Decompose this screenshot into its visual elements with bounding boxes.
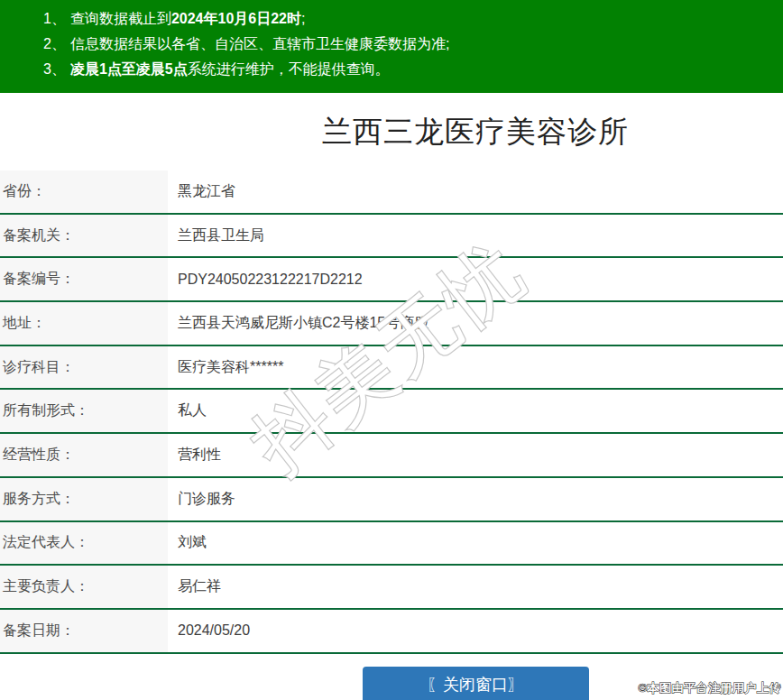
row-label: 法定代表人： bbox=[0, 522, 168, 565]
table-row: 备案编号：PDY24050223122217D2212 bbox=[0, 258, 783, 302]
row-value: PDY24050223122217D2212 bbox=[168, 258, 783, 300]
notice-text: 信息数据结果以各省、自治区、直辖市卫生健康委数据为准; bbox=[70, 36, 449, 51]
row-value: 兰西县卫生局 bbox=[168, 215, 783, 257]
notice-number: 2、 bbox=[43, 36, 66, 51]
table-row: 备案日期：2024/05/20 bbox=[0, 610, 783, 654]
row-value: 黑龙江省 bbox=[168, 170, 783, 213]
row-value: 兰西县天鸿威尼斯小镇C2号楼15号商服 bbox=[168, 302, 783, 345]
table-row: 经营性质：营利性 bbox=[0, 434, 783, 478]
title-area: 兰西三龙医疗美容诊所 bbox=[0, 93, 783, 170]
page-title: 兰西三龙医疗美容诊所 bbox=[322, 112, 629, 152]
row-label: 主要负责人： bbox=[0, 566, 168, 608]
query-result-page: 1、查询数据截止到2024年10月6日22时; 2、信息数据结果以各省、自治区、… bbox=[0, 0, 783, 700]
notice-text: ; bbox=[301, 11, 305, 26]
row-value: 刘斌 bbox=[168, 522, 783, 565]
notice-text-bold: 2024年10月6日22时 bbox=[171, 11, 301, 26]
row-value: 营利性 bbox=[168, 434, 783, 476]
notice-text-bold: 凌晨1点至凌晨5点 bbox=[70, 61, 188, 77]
row-label: 经营性质： bbox=[0, 434, 168, 476]
row-label: 地址： bbox=[0, 302, 168, 345]
row-label: 诊疗科目： bbox=[0, 346, 168, 389]
row-value: 门诊服务 bbox=[168, 478, 783, 520]
table-row: 所有制形式：私人 bbox=[0, 390, 783, 434]
row-label: 服务方式： bbox=[0, 478, 168, 520]
table-row: 诊疗科目：医疗美容科****** bbox=[0, 346, 783, 391]
row-value: 医疗美容科****** bbox=[168, 346, 783, 389]
row-label: 备案编号： bbox=[0, 258, 168, 300]
notice-number: 3、 bbox=[43, 61, 66, 77]
table-row: 法定代表人：刘斌 bbox=[0, 522, 783, 566]
notice-text: 查询数据截止到 bbox=[70, 11, 171, 26]
table-row: 服务方式：门诊服务 bbox=[0, 478, 783, 522]
row-value: 私人 bbox=[168, 390, 783, 432]
row-label: 省份： bbox=[0, 170, 168, 213]
close-window-button[interactable]: 〖关闭窗口〗 bbox=[363, 667, 589, 700]
upload-credit-watermark: ©本图由平台注册用户上传 bbox=[638, 680, 781, 696]
table-row: 备案机关：兰西县卫生局 bbox=[0, 215, 783, 259]
table-row: 省份：黑龙江省 bbox=[0, 170, 783, 215]
notice-line: 1、查询数据截止到2024年10月6日22时; bbox=[43, 6, 774, 32]
row-label: 备案日期： bbox=[0, 610, 168, 652]
notice-line: 3、凌晨1点至凌晨5点系统进行维护，不能提供查询。 bbox=[43, 57, 774, 82]
row-value: 易仁祥 bbox=[168, 566, 783, 608]
notice-text: 系统进行维护，不能提供查询。 bbox=[188, 61, 390, 77]
row-label: 所有制形式： bbox=[0, 390, 168, 432]
notice-number: 1、 bbox=[43, 11, 66, 26]
notice-banner: 1、查询数据截止到2024年10月6日22时; 2、信息数据结果以各省、自治区、… bbox=[0, 0, 783, 93]
row-value: 2024/05/20 bbox=[168, 610, 783, 652]
table-row: 主要负责人：易仁祥 bbox=[0, 566, 783, 610]
record-table: 省份：黑龙江省 备案机关：兰西县卫生局 备案编号：PDY240502231222… bbox=[0, 170, 783, 654]
notice-line: 2、信息数据结果以各省、自治区、直辖市卫生健康委数据为准; bbox=[43, 32, 774, 57]
table-row: 地址：兰西县天鸿威尼斯小镇C2号楼15号商服 bbox=[0, 302, 783, 346]
row-label: 备案机关： bbox=[0, 215, 168, 257]
